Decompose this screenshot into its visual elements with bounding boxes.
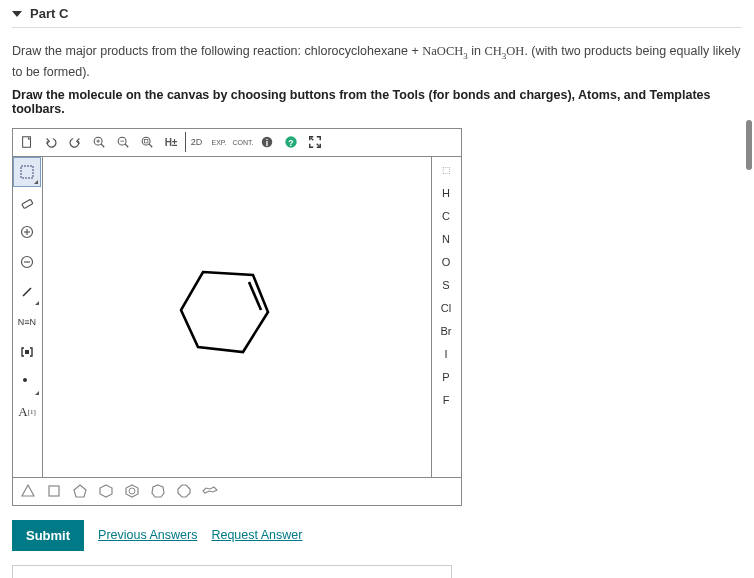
atom-I[interactable]: I — [432, 343, 460, 366]
atom-F[interactable]: F — [432, 389, 460, 412]
template-chair[interactable] — [201, 482, 219, 500]
template-heptagon[interactable] — [149, 482, 167, 500]
svg-rect-18 — [22, 199, 33, 208]
redo-icon[interactable] — [65, 132, 85, 152]
svg-marker-32 — [100, 485, 112, 497]
svg-marker-29 — [22, 485, 34, 496]
zoom-fit-icon[interactable] — [137, 132, 157, 152]
atom-label-tool[interactable]: A[1] — [13, 397, 41, 427]
svg-line-28 — [249, 282, 261, 310]
new-icon[interactable] — [17, 132, 37, 152]
atom-C[interactable]: C — [432, 205, 460, 228]
radical-tool[interactable] — [13, 367, 41, 397]
template-octagon[interactable] — [175, 482, 193, 500]
svg-marker-35 — [152, 485, 164, 497]
info-icon[interactable]: i — [257, 132, 277, 152]
svg-text:?: ? — [288, 138, 293, 148]
fullscreen-icon[interactable] — [305, 132, 325, 152]
svg-line-24 — [23, 288, 31, 296]
single-bond-tool[interactable] — [13, 277, 41, 307]
molecule-structure — [173, 262, 283, 362]
svg-line-9 — [149, 144, 152, 147]
atom-O[interactable]: O — [432, 251, 460, 274]
bracket-tool[interactable] — [13, 337, 41, 367]
2d-button[interactable]: 2D — [185, 132, 205, 152]
svg-rect-10 — [144, 140, 148, 144]
zoom-in-icon[interactable] — [89, 132, 109, 152]
zoom-out-icon[interactable] — [113, 132, 133, 152]
svg-rect-17 — [21, 166, 33, 178]
feedback-box: ✖ Incorrect; Try Again; One attempt rema… — [12, 565, 452, 578]
atoms-toolbar: ⬚ H C N O S Cl Br I P F — [431, 157, 461, 477]
cont-button[interactable]: CONT. — [233, 132, 253, 152]
hydrogen-toggle[interactable]: H± — [161, 132, 181, 152]
submit-button[interactable]: Submit — [12, 520, 84, 551]
template-pentagon[interactable] — [71, 482, 89, 500]
template-hexagon[interactable] — [97, 482, 115, 500]
atom-Br[interactable]: Br — [432, 320, 460, 343]
template-square[interactable] — [45, 482, 63, 500]
svg-marker-31 — [74, 485, 86, 497]
svg-line-2 — [101, 144, 104, 147]
atom-P[interactable]: P — [432, 366, 460, 389]
templates-toolbar — [13, 477, 461, 505]
request-answer-link[interactable]: Request Answer — [211, 528, 302, 542]
svg-rect-30 — [49, 486, 59, 496]
instruction-line-2: Draw the molecule on the canvas by choos… — [12, 88, 742, 116]
svg-text:i: i — [266, 138, 268, 148]
svg-point-26 — [23, 378, 27, 382]
drawing-canvas[interactable] — [43, 157, 431, 477]
help-icon[interactable]: ? — [281, 132, 301, 152]
svg-line-16 — [317, 144, 320, 147]
svg-line-6 — [125, 144, 128, 147]
svg-point-8 — [142, 137, 150, 145]
eraser-tool[interactable] — [13, 187, 41, 217]
svg-marker-33 — [126, 485, 138, 497]
periodic-table-icon[interactable]: ⬚ — [432, 159, 460, 182]
undo-icon[interactable] — [41, 132, 61, 152]
triple-bond-tool[interactable]: N≡N — [13, 307, 41, 337]
scrollbar[interactable] — [746, 120, 752, 170]
minus-charge-tool[interactable] — [13, 247, 41, 277]
molecule-editor: H± 2D EXP. CONT. i ? N≡N A[1] ⬚ H — [12, 128, 462, 506]
svg-marker-36 — [178, 485, 190, 497]
previous-answers-link[interactable]: Previous Answers — [98, 528, 197, 542]
collapse-caret[interactable] — [12, 11, 22, 17]
atom-H[interactable]: H — [432, 182, 460, 205]
marquee-tool[interactable] — [13, 157, 41, 187]
template-benzene[interactable] — [123, 482, 141, 500]
instruction-line-1: Draw the major products from the followi… — [12, 42, 742, 82]
atom-N[interactable]: N — [432, 228, 460, 251]
svg-point-34 — [129, 488, 135, 494]
plus-charge-tool[interactable] — [13, 217, 41, 247]
part-title: Part C — [30, 6, 68, 21]
svg-marker-27 — [181, 272, 268, 352]
left-toolbar: N≡N A[1] — [13, 157, 43, 477]
atom-S[interactable]: S — [432, 274, 460, 297]
atom-Cl[interactable]: Cl — [432, 297, 460, 320]
svg-line-15 — [311, 138, 314, 141]
svg-rect-25 — [25, 350, 29, 354]
template-triangle[interactable] — [19, 482, 37, 500]
exp-button[interactable]: EXP. — [209, 132, 229, 152]
action-row: Submit Previous Answers Request Answer — [12, 520, 742, 551]
top-toolbar: H± 2D EXP. CONT. i ? — [13, 129, 461, 157]
